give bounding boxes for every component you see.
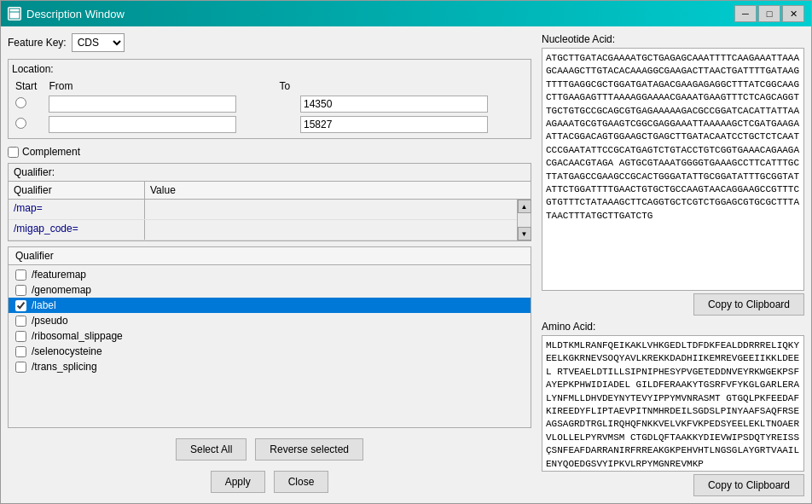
- qualifier-row: /map=: [9, 200, 517, 220]
- label-label: /label: [32, 299, 56, 311]
- selenocysteine-checkbox[interactable]: [15, 346, 26, 357]
- list-item[interactable]: /ribosomal_slippage: [9, 328, 531, 344]
- window-icon: [8, 7, 21, 20]
- to-header: To: [276, 78, 296, 94]
- trans-splicing-checkbox[interactable]: [15, 362, 26, 373]
- copy-clipboard-nucleotide-button[interactable]: Copy to Clipboard: [693, 293, 804, 316]
- main-content: Feature Key: CDS gene mRNA exon intron L…: [1, 26, 811, 503]
- nucleotide-label: Nucleotide Acid:: [542, 33, 804, 45]
- pseudo-label: /pseudo: [32, 315, 68, 327]
- description-window: Description Window ─ □ ✕ Feature Key: CD…: [0, 0, 812, 504]
- nucleotide-section: Nucleotide Acid: ATGCTTGATACGAAAATGCTGAG…: [542, 33, 804, 316]
- apply-button[interactable]: Apply: [211, 471, 265, 493]
- complement-label: Complement: [22, 146, 80, 158]
- title-bar: Description Window ─ □ ✕: [1, 1, 811, 26]
- location-from-1[interactable]: [49, 96, 236, 113]
- location-from-2[interactable]: [49, 116, 236, 133]
- location-to-2[interactable]: [300, 116, 488, 133]
- qualifier-name-2: /migap_code=: [9, 220, 145, 240]
- left-panel: Feature Key: CDS gene mRNA exon intron L…: [1, 26, 538, 503]
- qualifier-header: Qualifier:: [9, 164, 531, 182]
- complement-row: Complement: [8, 146, 531, 158]
- amino-section: Amino Acid: MLDTKMLRANFQEIKAKLVHKGEDLTDF…: [542, 321, 804, 496]
- qualifier-body: /map= /migap_code= ▲ ▼: [9, 200, 531, 240]
- select-all-button[interactable]: Select All: [176, 438, 246, 461]
- ribosomal-slippage-checkbox[interactable]: [15, 331, 26, 342]
- nucleotide-copy-row: Copy to Clipboard: [542, 293, 804, 316]
- bottom-buttons-row1: Select All Reverse selected: [8, 433, 531, 462]
- location-table: Start From To: [12, 78, 527, 135]
- qualifier-value-2: [145, 220, 517, 240]
- qualifier-row: /migap_code=: [9, 220, 517, 240]
- scroll-down-button[interactable]: ▼: [518, 227, 531, 240]
- list-item[interactable]: /pseudo: [9, 313, 531, 328]
- feature-key-row: Feature Key: CDS gene mRNA exon intron: [8, 33, 531, 52]
- window-title: Description Window: [26, 8, 734, 20]
- trans-splicing-label: /trans_splicing: [32, 361, 97, 373]
- start-header: Start: [12, 78, 45, 94]
- right-panel: Nucleotide Acid: ATGCTTGATACGAAAATGCTGAG…: [538, 26, 811, 503]
- title-bar-controls: ─ □ ✕: [734, 5, 804, 22]
- copy-clipboard-amino-button[interactable]: Copy to Clipboard: [693, 474, 804, 496]
- amino-copy-row: Copy to Clipboard: [542, 474, 804, 496]
- from-header: From: [45, 78, 276, 94]
- complement-checkbox[interactable]: [8, 147, 19, 158]
- amino-label: Amino Acid:: [542, 321, 804, 333]
- location-radio-2[interactable]: [15, 118, 26, 129]
- list-item[interactable]: /featuremap: [9, 267, 531, 282]
- reverse-selected-button[interactable]: Reverse selected: [255, 438, 363, 461]
- close-window-button[interactable]: ✕: [782, 5, 804, 22]
- featuremap-label: /featuremap: [32, 269, 86, 281]
- featuremap-checkbox[interactable]: [15, 269, 26, 281]
- genomemap-checkbox[interactable]: [15, 285, 26, 296]
- qualifier-table-header: Qualifier Value: [9, 182, 531, 200]
- list-item[interactable]: /selenocysteine: [9, 344, 531, 359]
- checkbox-list-header: Qualifier: [9, 247, 531, 265]
- qualifier-section: Qualifier: Qualifier Value /map= /migap_…: [8, 163, 531, 241]
- close-button[interactable]: Close: [274, 471, 329, 493]
- qualifier-value-1: [145, 200, 517, 219]
- qualifier-rows: /map= /migap_code=: [9, 200, 517, 240]
- selenocysteine-label: /selenocysteine: [32, 345, 102, 357]
- list-item[interactable]: /trans_splicing: [9, 359, 531, 374]
- pseudo-checkbox[interactable]: [15, 316, 26, 327]
- maximize-button[interactable]: □: [758, 5, 780, 22]
- nucleotide-sequence-box[interactable]: ATGCTTGATACGAAAATGCTGAGAGCAAATTTTCAAGAAA…: [542, 48, 804, 291]
- bottom-buttons-row2: Apply Close: [8, 467, 531, 496]
- value-col-header: Value: [145, 182, 531, 199]
- location-box: Location: Start From To: [8, 59, 531, 139]
- list-item-selected[interactable]: /label: [9, 298, 531, 313]
- qualifier-scrollbar[interactable]: ▲ ▼: [517, 200, 531, 240]
- checkbox-list-body: /featuremap /genomemap /label /pseudo: [9, 265, 531, 427]
- checkbox-list-section: Qualifier /featuremap /genomemap /label: [8, 246, 531, 428]
- genomemap-label: /genomemap: [32, 284, 91, 296]
- location-to-1[interactable]: [300, 96, 488, 113]
- svg-rect-0: [9, 9, 20, 19]
- location-label: Location:: [12, 63, 527, 75]
- minimize-button[interactable]: ─: [734, 5, 757, 22]
- qualifier-col-header: Qualifier: [9, 182, 145, 199]
- feature-key-select[interactable]: CDS gene mRNA exon intron: [72, 33, 125, 52]
- scroll-up-button[interactable]: ▲: [518, 200, 531, 213]
- amino-sequence-box[interactable]: MLDTKMLRANFQEIKAKLVHKGEDLTDFDKFEALDDRRRE…: [542, 335, 804, 472]
- list-item[interactable]: /genomemap: [9, 282, 531, 298]
- qualifier-name-1: /map=: [9, 200, 145, 219]
- feature-key-label: Feature Key:: [8, 37, 67, 49]
- location-radio-1[interactable]: [15, 97, 26, 108]
- ribosomal-slippage-label: /ribosomal_slippage: [32, 330, 123, 342]
- label-checkbox[interactable]: [15, 300, 26, 311]
